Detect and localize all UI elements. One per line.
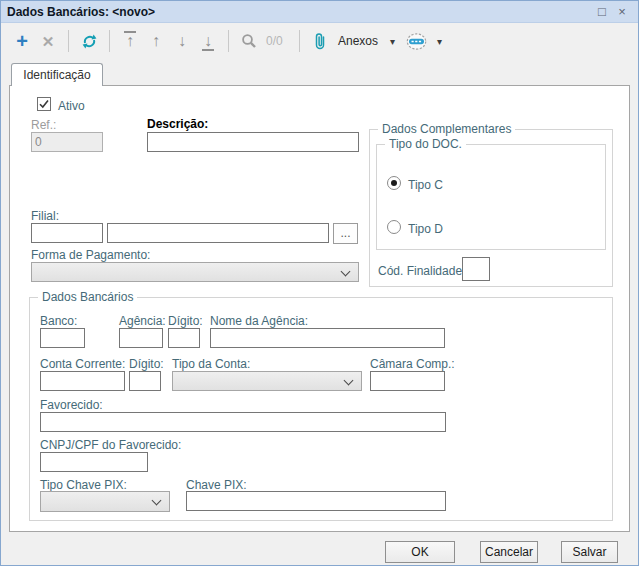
favorecido-input[interactable] [40,412,446,432]
printer-icon [406,33,427,50]
refresh-button[interactable] [76,28,102,54]
checkmark-icon [38,98,50,110]
first-record-button[interactable]: ↑ [117,28,143,54]
tipo-c-label: Tipo C [408,178,443,192]
chave-pix-label: Chave PIX: [186,478,247,492]
ref-input [31,132,103,152]
search-button[interactable] [236,28,262,54]
tipo-doc-group: Tipo do DOC. Tipo C Tipo D [376,144,606,250]
favorecido-label: Favorecido: [40,398,103,412]
filial-label: Filial: [31,209,59,223]
chevron-down-icon [344,376,354,386]
cod-finalidade-input[interactable] [462,257,490,281]
anexos-button[interactable] [307,28,333,54]
dados-complementares-group: Dados Complementares Tipo do DOC. Tipo C… [369,129,613,287]
dados-bancarios-label: Dados Bancários [38,290,137,304]
delete-x-icon: ✕ [42,34,55,49]
toolbar-separator [68,30,69,52]
filial-code-input[interactable] [31,223,103,243]
chevron-down-icon [341,267,351,277]
cod-finalidade-label: Cód. Finalidade: [378,264,465,278]
camara-comp-label: Câmara Comp.: [370,357,455,371]
digito-conta-label: Dígito: [129,357,164,371]
previous-record-button[interactable]: ↑ [143,28,169,54]
save-button[interactable]: Salvar [561,541,618,563]
search-icon [241,33,257,49]
filial-name-input[interactable] [107,223,329,243]
conta-corrente-input[interactable] [40,371,125,391]
conta-corrente-label: Conta Corrente: [40,357,125,371]
ok-button[interactable]: OK [385,541,455,563]
maximize-button[interactable]: □ [592,2,612,22]
cnpj-cpf-input[interactable] [40,452,148,472]
digito-agencia-label: Dígito: [168,314,203,328]
arrow-up-icon: ↑ [152,33,160,49]
toolbar-separator [109,30,110,52]
bar-top-decoration [124,31,136,33]
tipo-c-radio[interactable] [387,176,401,190]
bar-bottom-decoration [202,49,214,51]
arrow-up-icon: ↑ [126,33,134,49]
agencia-label: Agência: [119,314,166,328]
radio-dot [391,180,397,186]
ativo-label: Ativo [58,99,85,113]
digito-conta-input[interactable] [129,371,161,391]
dados-bancarios-dialog: Dados Bancários: <novo> □ × + ✕ ↑ ↑ [0,0,639,566]
cancel-button[interactable]: Cancelar [480,541,538,563]
toolbar-separator [228,30,229,52]
digito-agencia-input[interactable] [168,328,200,348]
tipo-conta-combobox[interactable] [172,371,362,391]
paperclip-icon [313,32,327,50]
tipo-d-radio[interactable] [387,220,401,234]
arrow-down-icon: ↓ [204,33,212,49]
close-button[interactable]: × [612,2,632,22]
descricao-input[interactable] [147,132,359,152]
last-record-button[interactable]: ↓ [195,28,221,54]
add-record-button[interactable]: + [9,28,35,54]
tipo-d-label: Tipo D [408,222,443,236]
toolbar-separator [299,30,300,52]
tipo-chave-pix-combobox[interactable] [40,491,170,512]
camara-comp-input[interactable] [370,371,445,391]
tipo-conta-label: Tipo da Conta: [172,357,250,371]
print-dropdown-caret-icon[interactable]: ▾ [437,36,442,47]
nome-agencia-label: Nome da Agência: [210,314,308,328]
tab-label: Identificação [23,68,90,82]
delete-record-button[interactable]: ✕ [35,28,61,54]
print-button[interactable] [403,28,429,54]
ref-label: Ref.: [31,118,56,132]
dados-complementares-label: Dados Complementares [378,122,515,136]
plus-icon: + [16,31,28,51]
arrow-down-icon: ↓ [178,33,186,49]
agencia-input[interactable] [119,328,163,348]
tipo-doc-label: Tipo do DOC. [385,137,466,151]
banco-input[interactable] [40,328,85,348]
toolbar: + ✕ ↑ ↑ ↓ ↓ [1,24,638,58]
descricao-label: Descrição: [147,117,208,131]
nome-agencia-input[interactable] [210,328,445,348]
next-record-button[interactable]: ↓ [169,28,195,54]
record-counter: 0/0 [266,34,288,48]
filial-browse-button[interactable]: ... [333,223,358,244]
banco-label: Banco: [40,314,77,328]
forma-pagamento-combobox[interactable] [31,262,359,282]
tab-identificacao[interactable]: Identificação [11,63,103,86]
title-bar[interactable]: Dados Bancários: <novo> □ × [1,1,638,23]
ativo-checkbox[interactable] [37,97,51,111]
cnpj-cpf-label: CNPJ/CPF do Favorecido: [40,438,181,452]
chave-pix-input[interactable] [186,491,446,511]
anexos-dropdown-caret-icon[interactable]: ▾ [390,36,395,47]
forma-pagamento-label: Forma de Pagamento: [31,248,150,262]
dados-bancarios-group: Dados Bancários Banco: Agência: Dígito: … [29,297,613,521]
window-title: Dados Bancários: <novo> [7,5,592,19]
refresh-icon [81,33,98,50]
tipo-chave-pix-label: Tipo Chave PIX: [40,478,127,492]
anexos-label[interactable]: Anexos [338,34,378,48]
chevron-down-icon [152,496,162,506]
